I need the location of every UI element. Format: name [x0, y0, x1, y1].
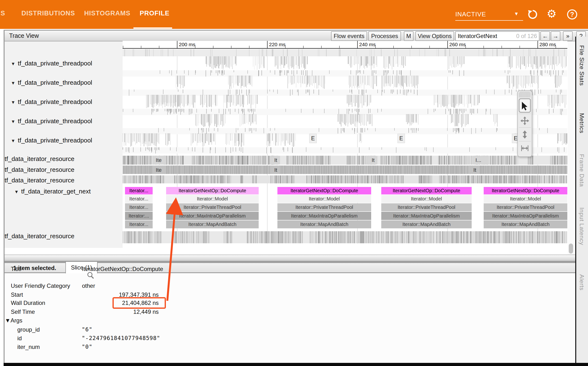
select-tool-icon — [520, 101, 529, 110]
collapse-triangle[interactable]: ▾ — [12, 118, 15, 124]
collapse-triangle[interactable]: ▾ — [12, 61, 15, 67]
tab-distributions[interactable]: DISTRIBUTIONS — [21, 10, 75, 17]
refresh-icon[interactable] — [527, 9, 538, 20]
active-tab-underline — [133, 27, 172, 29]
slice-4-row-4[interactable]: Iterator::MapAndBatch — [381, 221, 472, 228]
collapse-triangle[interactable]: ▾ — [12, 99, 15, 105]
timing-tool[interactable] — [519, 141, 531, 155]
slice-5-row-2[interactable]: Iterator::PrivateThreadPool — [484, 203, 567, 211]
detail-value-self-time: 12,449 ns — [82, 308, 159, 315]
arg-value-id: "-2247961841077948598" — [82, 335, 160, 341]
arg-key-iter_num: iter_num — [17, 344, 40, 350]
toolbar-button-flow-events[interactable]: Flow events — [331, 31, 367, 41]
slice-2-row-4[interactable]: Iterator::MapAndBatch — [166, 221, 259, 228]
track-label-text: tf_data_private_threadpool — [18, 60, 92, 67]
zoom-tool[interactable] — [519, 127, 531, 141]
svg-text:It: It — [274, 167, 277, 173]
svg-text:220 ms: 220 ms — [269, 42, 286, 47]
help-icon[interactable]: ? — [566, 9, 578, 20]
select-tool[interactable] — [519, 99, 531, 113]
args-label: Args — [11, 317, 22, 324]
slice-1-row-4[interactable]: Iterator... — [125, 221, 153, 228]
vertical-scrollbar[interactable] — [568, 41, 574, 255]
detail-label-wall-duration: Wall Duration — [11, 300, 45, 306]
search-input[interactable]: IteratorGetNext — [456, 33, 516, 39]
track-label-threadpool-2[interactable]: ▾tf_data_private_threadpool — [12, 98, 92, 106]
side-tab-metrics[interactable]: Metrics — [578, 113, 585, 133]
svg-text:Ite: Ite — [156, 157, 162, 163]
track-label-resource-1[interactable]: tf_data_iterator_resource — [5, 166, 74, 174]
tab-hs[interactable]: HS — [0, 10, 5, 17]
track-label-resource-0[interactable]: tf_data_iterator_resource — [5, 155, 74, 163]
slice-1-header[interactable]: Iterator... — [125, 187, 153, 194]
slice-1-row-2[interactable]: Iterator... — [125, 203, 153, 211]
dropdown-caret-icon[interactable]: ▼ — [514, 11, 519, 17]
slice-5-row-3[interactable]: Iterator::MaxIntraOpParallelism — [484, 212, 567, 220]
arg-value-group_id: "6" — [82, 326, 93, 333]
slice-3-row-2[interactable]: Iterator::PrivateThreadPool — [277, 203, 371, 211]
slice-5-row-4[interactable]: Iterator::MapAndBatch — [484, 221, 567, 228]
track-label-get-next[interactable]: ▾tf_data_iterator_get_next — [15, 188, 91, 195]
trace-view-title: Trace View — [9, 32, 39, 39]
magnifier-icon[interactable] — [87, 271, 95, 281]
side-tab-input-latency[interactable]: Input Latency — [578, 207, 585, 245]
track-label-resource-3[interactable]: tf_data_iterator_resource — [5, 232, 74, 240]
side-tab-frame-data[interactable]: Frame Data — [578, 154, 585, 187]
slice-1-row-1[interactable]: Iterator... — [125, 195, 153, 203]
more-button[interactable]: » — [563, 31, 573, 41]
slice-2-header[interactable]: IteratorGetNextOp::DoCompute — [166, 187, 259, 194]
slice-5-row-1[interactable]: Iterator::Model — [484, 195, 567, 203]
collapse-triangle[interactable]: ▾ — [15, 189, 18, 195]
svg-text:It: It — [274, 157, 277, 163]
svg-text:280 ms: 280 ms — [539, 42, 556, 47]
slice-3-row-4[interactable]: Iterator::MapAndBatch — [277, 221, 371, 228]
toolbar-button-m[interactable]: M — [404, 31, 413, 41]
side-tab-alerts[interactable]: Alerts — [578, 274, 585, 290]
slice-4-row-1[interactable]: Iterator::Model — [381, 195, 472, 203]
arg-value-iter_num: "0" — [82, 344, 93, 350]
collapse-triangle[interactable]: ▾ — [12, 138, 15, 144]
slice-2-row-3[interactable]: Iterator::MaxIntraOpParallelism — [166, 212, 259, 220]
tab-profile[interactable]: PROFILE — [140, 10, 169, 17]
panel-splitter[interactable] — [5, 255, 575, 261]
track-label-resource-2[interactable]: tf_data_iterator_resource — [5, 177, 74, 184]
run-select-underline — [455, 20, 523, 21]
slice-4-header[interactable]: IteratorGetNextOp::DoCompute — [381, 187, 472, 194]
toolbar-button-processes[interactable]: Processes — [368, 31, 401, 41]
vertical-scrollbar-thumb[interactable] — [569, 244, 573, 254]
track-label-threadpool-4[interactable]: ▾tf_data_private_threadpool — [12, 137, 92, 144]
track-label-threadpool-3[interactable]: ▾tf_data_private_threadpool — [12, 117, 92, 125]
args-expander[interactable]: ▼Args — [5, 317, 22, 324]
tool-palette — [517, 91, 532, 157]
search-box[interactable]: IteratorGetNext 0 of 126 — [455, 31, 539, 41]
slice-4-row-2[interactable]: Iterator::PrivateThreadPool — [381, 203, 472, 211]
svg-text:E: E — [514, 135, 517, 142]
timing-tool-icon — [520, 143, 529, 153]
toolbar-button-view-options[interactable]: View Options — [415, 31, 454, 41]
tab-histograms[interactable]: HISTOGRAMS — [84, 10, 131, 17]
slice-3-row-1[interactable]: Iterator::Model — [277, 195, 371, 203]
slice-4-row-3[interactable]: Iterator::MaxIntraOpParallelism — [381, 212, 472, 220]
pan-tool[interactable] — [519, 114, 531, 127]
run-select[interactable]: INACTIVE — [455, 11, 486, 18]
palette-drag-handle[interactable] — [519, 92, 530, 98]
slice-3-row-3[interactable]: Iterator::MaxIntraOpParallelism — [277, 212, 371, 220]
slice-2-row-2[interactable]: Iterator::PrivateThreadPool — [166, 203, 259, 211]
collapse-triangle[interactable]: ▾ — [12, 80, 15, 86]
svg-text:E: E — [399, 135, 403, 142]
track-label-threadpool-0[interactable]: ▾tf_data_private_threadpool — [12, 60, 92, 67]
zoom-tool-icon — [520, 130, 529, 139]
slice-2-row-1[interactable]: Iterator::Model — [166, 195, 259, 203]
side-tab-file-size-stats[interactable]: File Size Stats — [578, 45, 585, 86]
track-label-text: tf_data_private_threadpool — [18, 137, 92, 144]
find-next-button[interactable]: → — [551, 31, 560, 41]
find-prev-button[interactable]: ← — [540, 31, 550, 41]
slice-3-header[interactable]: IteratorGetNextOp::DoCompute — [277, 187, 371, 194]
slice-1-row-3[interactable]: Iterator:... — [125, 212, 153, 220]
gear-icon[interactable]: ⚙ — [547, 7, 558, 19]
track-label-threadpool-1[interactable]: ▾tf_data_private_threadpool — [12, 79, 92, 86]
track-label-text: tf_data_iterator_get_next — [21, 188, 91, 195]
detail-label-user-friendly-category: User Friendly Category — [11, 282, 70, 289]
slice-5-header[interactable]: IteratorGetNextOp::DoCompute — [484, 187, 567, 194]
pan-tool-icon — [520, 116, 529, 126]
